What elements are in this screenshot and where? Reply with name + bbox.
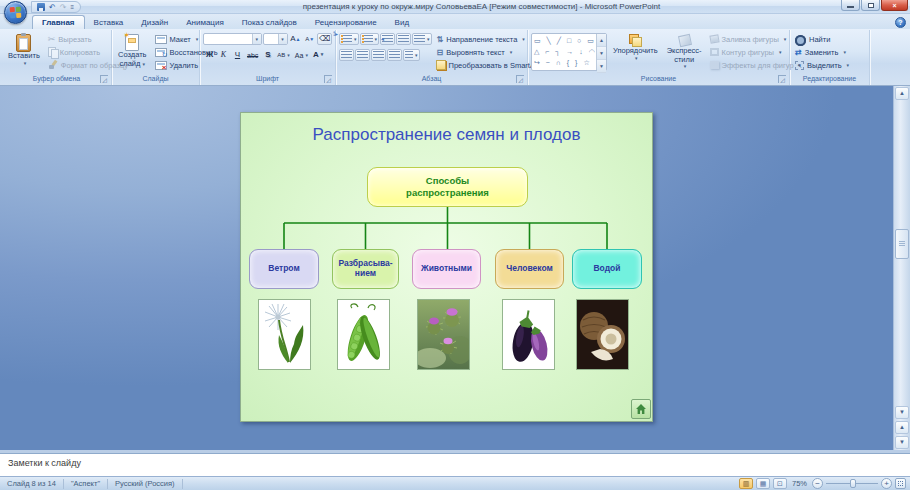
zoom-slider[interactable] [826, 478, 878, 489]
image-burdock-thistle[interactable] [417, 299, 470, 370]
box-water[interactable]: Водой [572, 249, 642, 289]
clear-formatting-button[interactable]: ⌫ [317, 33, 332, 45]
align-right-button[interactable] [371, 49, 386, 61]
grow-font-button[interactable]: А▲ [289, 33, 303, 45]
box-humans[interactable]: Человеком [495, 249, 564, 289]
redo-button[interactable]: ↷ [60, 3, 67, 12]
columns-button[interactable] [403, 49, 420, 61]
shape-effects-button[interactable]: Эффекты для фигур [708, 59, 804, 71]
tab-view[interactable]: Вид [386, 16, 418, 29]
image-pea-pods[interactable] [337, 299, 390, 370]
strikethrough-button[interactable]: abc [245, 49, 260, 61]
shapes-row-1[interactable]: ▭ ╲ ╱ □ ○ ▭ [534, 35, 594, 46]
font-name-combobox[interactable]: ▾ [203, 33, 262, 45]
numbering-button[interactable] [360, 33, 380, 45]
zoom-slider-thumb[interactable] [850, 479, 856, 488]
scrollbar-track[interactable] [894, 101, 910, 405]
slide-sorter-view-button[interactable]: ▦ [756, 478, 770, 489]
paste-button[interactable]: Вставить [5, 32, 43, 68]
drawing-dialog-launcher[interactable]: ◿ [778, 75, 786, 83]
next-slide-button[interactable]: ▼▼ [895, 436, 909, 449]
tab-slideshow[interactable]: Показ слайдов [233, 16, 306, 29]
zoom-in-button[interactable]: + [881, 478, 892, 489]
image-eggplants[interactable] [502, 299, 555, 370]
notes-pane[interactable]: Заметки к слайду [0, 450, 910, 476]
justify-button[interactable] [387, 49, 402, 61]
previous-slide-button[interactable]: ▲▲ [895, 421, 909, 434]
normal-view-button[interactable]: ▥ [739, 478, 753, 489]
tab-review[interactable]: Рецензирование [306, 16, 386, 29]
slide-title[interactable]: Распространение семян и плодов [241, 125, 652, 145]
fit-to-window-button[interactable] [895, 478, 906, 489]
arrange-icon [629, 34, 642, 47]
undo-button[interactable]: ↶ [49, 3, 56, 12]
group-label-editing: Редактирование [803, 75, 856, 82]
shape-outline-button[interactable]: Контур фигуры [708, 46, 804, 58]
theme-name[interactable]: "Аспект" [64, 479, 108, 489]
window-controls: × [841, 0, 908, 11]
find-button[interactable]: Найти [793, 33, 851, 45]
scroll-down-button[interactable]: ▼ [895, 406, 909, 419]
shapes-gallery[interactable]: ▭ ╲ ╱ □ ○ ▭ △ ⌐ ┐ → ↓ ◠ ↪ ~ ∩ { } ☆ ▲▼▼ [531, 33, 607, 71]
tab-insert[interactable]: Вставка [85, 16, 133, 29]
vertical-scrollbar[interactable]: ▲ ▼ ▲▲ ▼▼ [893, 86, 910, 450]
underline-button[interactable]: Ч [231, 49, 244, 61]
ribbon: Вставить ✂Вырезать Копировать Формат по … [0, 29, 910, 86]
language-indicator[interactable]: Русский (Россия) [108, 479, 183, 489]
increase-indent-button[interactable] [396, 33, 411, 45]
tree-connectors [241, 207, 654, 251]
align-text-icon: ⊟ [437, 48, 444, 57]
shrink-font-button[interactable]: А▼ [303, 33, 316, 45]
scroll-up-button[interactable]: ▲ [895, 87, 909, 100]
select-button[interactable]: ↖Выделить [793, 59, 851, 71]
root-box[interactable]: Способы распространения [367, 167, 528, 207]
box-wind[interactable]: Ветром [249, 249, 319, 289]
quick-access-toolbar: ↶ ↷ ≡ [31, 1, 81, 13]
powerpoint-window: ↶ ↷ ≡ презентация к уроку по окруж.миру … [0, 0, 910, 490]
shapes-row-2[interactable]: △ ⌐ ┐ → ↓ ◠ [534, 46, 594, 57]
bold-button[interactable]: Ж [203, 49, 216, 61]
shapes-gallery-scrollbar[interactable]: ▲▼▼ [596, 34, 606, 70]
box-animals[interactable]: Животными [412, 249, 481, 289]
shape-fill-button[interactable]: Заливка фигуры [708, 33, 804, 45]
scrollbar-thumb[interactable] [895, 229, 909, 259]
font-color-button[interactable]: А [311, 49, 325, 61]
close-button[interactable]: × [881, 0, 908, 11]
font-size-combobox[interactable]: ▾ [263, 33, 288, 45]
italic-button[interactable]: К [217, 49, 230, 61]
change-case-button[interactable]: Аа [293, 49, 310, 61]
tab-design[interactable]: Дизайн [132, 16, 177, 29]
tab-animation[interactable]: Анимация [177, 16, 233, 29]
help-button[interactable]: ? [895, 17, 906, 28]
home-action-button[interactable] [631, 399, 651, 419]
office-button[interactable] [4, 1, 27, 24]
replace-button[interactable]: ⇄Заменить [793, 46, 851, 58]
character-spacing-button[interactable]: АВ [275, 49, 292, 61]
slide-canvas[interactable]: Распространение семян и плодов Способы р… [240, 112, 653, 422]
clipboard-dialog-launcher[interactable]: ◿ [100, 75, 108, 83]
group-drawing: ▭ ╲ ╱ □ ○ ▭ △ ⌐ ┐ → ↓ ◠ ↪ ~ ∩ { } ☆ ▲▼▼ … [528, 30, 790, 85]
font-dialog-launcher[interactable]: ◿ [324, 75, 332, 83]
paragraph-dialog-launcher[interactable]: ◿ [516, 75, 524, 83]
bullets-button[interactable] [339, 33, 359, 45]
new-slide-button[interactable]: Создать слайд [115, 32, 150, 70]
arrange-button[interactable]: Упорядочить [610, 32, 661, 63]
align-left-button[interactable] [339, 49, 354, 61]
qat-customize-button[interactable]: ≡ [70, 4, 73, 10]
quick-styles-button[interactable]: Экспресс-стили [664, 32, 705, 72]
minimize-button[interactable] [841, 0, 860, 11]
box-scatter[interactable]: Разбрасыва-нием [332, 249, 399, 289]
zoom-out-button[interactable]: − [812, 478, 823, 489]
text-shadow-button[interactable]: S [261, 49, 274, 61]
line-spacing-button[interactable] [412, 33, 432, 45]
zoom-level[interactable]: 75% [792, 479, 807, 488]
decrease-indent-button[interactable] [380, 33, 395, 45]
align-center-button[interactable] [355, 49, 370, 61]
image-coconut[interactable] [576, 299, 629, 370]
tab-home[interactable]: Главная [32, 15, 85, 29]
image-dandelion[interactable] [258, 299, 311, 370]
restore-button[interactable] [861, 0, 880, 11]
save-icon[interactable] [37, 3, 45, 11]
slideshow-view-button[interactable]: ⊡ [773, 478, 787, 489]
shapes-row-3[interactable]: ↪ ~ ∩ { } ☆ [534, 57, 594, 68]
